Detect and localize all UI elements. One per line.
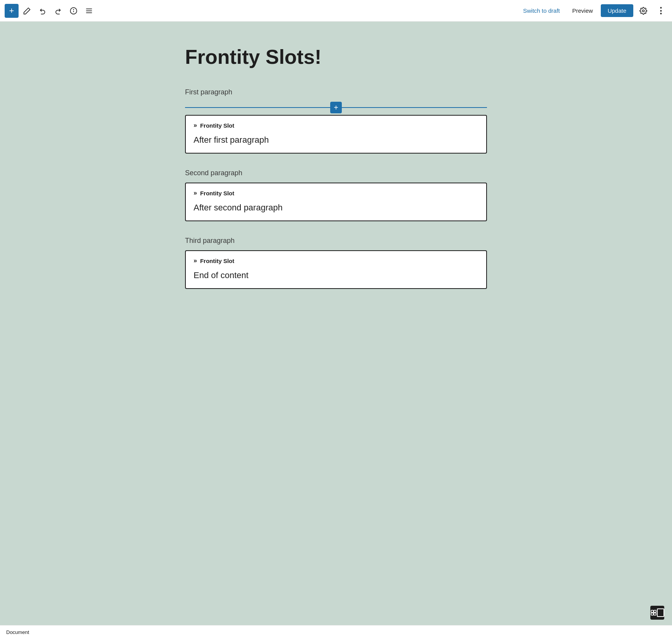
switch-to-draft-button[interactable]: Switch to draft: [518, 5, 564, 16]
section-label-third: Third paragraph: [185, 237, 487, 245]
slot-block-third: » Frontity Slot End of content: [185, 250, 487, 289]
svg-rect-10: [654, 613, 656, 615]
info-icon: [70, 7, 77, 15]
topbar-left: +: [5, 4, 518, 18]
editor-area: Frontity Slots! First paragraph + » Fron…: [0, 22, 672, 639]
insert-block-button[interactable]: +: [330, 102, 342, 113]
redo-icon: [54, 7, 62, 15]
list-view-button[interactable]: [82, 4, 96, 18]
gear-icon: [639, 7, 647, 15]
slot-header-third: » Frontity Slot: [194, 257, 478, 264]
svg-rect-9: [651, 613, 653, 615]
settings-button[interactable]: [636, 4, 650, 18]
editor-content: Frontity Slots! First paragraph + » Fron…: [185, 45, 487, 304]
slot-chevrons-icon-2: »: [194, 190, 196, 196]
add-block-line-right: [342, 107, 487, 108]
slot-content-second: After second paragraph: [194, 203, 478, 213]
slot-block-first: » Frontity Slot After first paragraph: [185, 115, 487, 154]
svg-point-6: [643, 10, 645, 12]
slot-block-second: » Frontity Slot After second paragraph: [185, 183, 487, 221]
block-icon: [650, 609, 657, 617]
slot-title-second: Frontity Slot: [200, 190, 234, 196]
undo-icon: [39, 7, 46, 15]
slot-content-third: End of content: [194, 270, 478, 280]
bottom-right-block-icon[interactable]: [650, 606, 664, 620]
section-first: First paragraph + » Frontity Slot After …: [185, 88, 487, 154]
section-third: Third paragraph » Frontity Slot End of c…: [185, 237, 487, 289]
slot-header-second: » Frontity Slot: [194, 190, 478, 196]
section-second: Second paragraph » Frontity Slot After s…: [185, 169, 487, 221]
add-block-button[interactable]: +: [5, 4, 19, 18]
section-label-first: First paragraph: [185, 88, 487, 96]
bottom-bar: Document: [0, 625, 672, 639]
svg-rect-8: [654, 610, 656, 613]
pencil-tool-button[interactable]: [20, 4, 34, 18]
add-block-line-left: [185, 107, 330, 108]
pencil-icon: [23, 7, 31, 15]
redo-button[interactable]: [51, 4, 65, 18]
page-title[interactable]: Frontity Slots!: [185, 45, 487, 69]
svg-rect-7: [651, 610, 653, 613]
topbar-right: Switch to draft Preview Update ⋮: [518, 4, 667, 18]
update-button[interactable]: Update: [601, 4, 633, 17]
more-options-button[interactable]: ⋮: [653, 4, 667, 18]
undo-button[interactable]: [36, 4, 50, 18]
section-label-second: Second paragraph: [185, 169, 487, 177]
slot-title-first: Frontity Slot: [200, 122, 234, 129]
add-block-divider: +: [185, 102, 487, 113]
preview-button[interactable]: Preview: [567, 5, 597, 16]
slot-chevrons-icon: »: [194, 122, 196, 129]
bottom-bar-label: Document: [6, 629, 29, 635]
slot-content-first: After first paragraph: [194, 135, 478, 145]
info-button[interactable]: [67, 4, 81, 18]
topbar: +: [0, 0, 672, 22]
slot-chevrons-icon-3: »: [194, 257, 196, 264]
slot-title-third: Frontity Slot: [200, 258, 234, 264]
list-icon: [85, 7, 93, 15]
slot-header-first: » Frontity Slot: [194, 122, 478, 129]
